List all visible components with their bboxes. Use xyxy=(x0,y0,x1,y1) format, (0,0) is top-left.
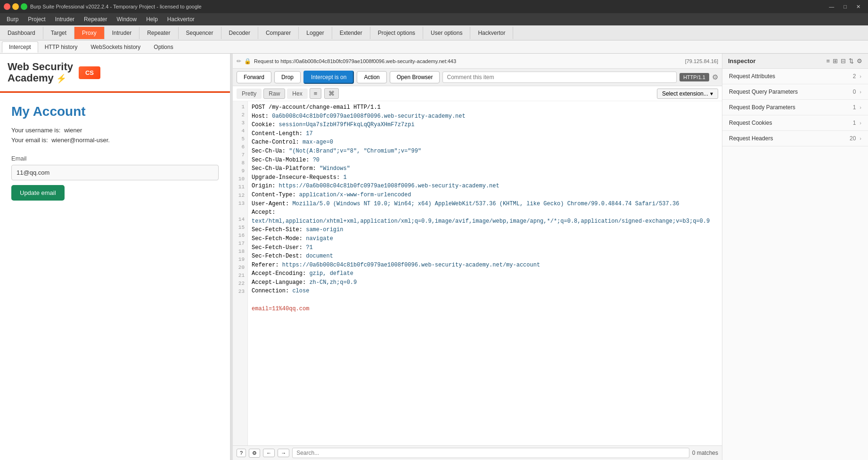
tab-intruder[interactable]: Intruder xyxy=(105,27,139,39)
format-icon-2[interactable]: ⌘ xyxy=(324,88,339,99)
email-info: Your email is: wiener@normal-user. xyxy=(11,137,219,144)
request-body[interactable]: POST /my-account/change-email HTTP/1.1 H… xyxy=(248,101,722,445)
academy-header: Web SecurityAcademy ⚡ CS xyxy=(0,54,230,93)
menu-window[interactable]: Window xyxy=(112,15,141,24)
settings-icon[interactable]: ⚙ xyxy=(712,73,718,81)
search-next-button[interactable]: → xyxy=(278,449,289,457)
http-version-badge: HTTP/1.1 xyxy=(680,73,709,81)
request-url: Request to https://0a6b008c04c81b0fc0979… xyxy=(254,58,682,64)
tab-proxy[interactable]: Proxy xyxy=(74,27,105,39)
action-button[interactable]: Action xyxy=(357,71,386,83)
menu-project[interactable]: Project xyxy=(23,15,50,24)
open-browser-button[interactable]: Open Browser xyxy=(390,71,440,83)
cs-button[interactable]: CS xyxy=(79,66,100,79)
section-cookies[interactable]: Request Cookies 1 › xyxy=(722,115,868,131)
tab-dashboard[interactable]: Dashboard xyxy=(0,27,43,39)
menu-burp[interactable]: Burp xyxy=(2,15,23,24)
subtab-options[interactable]: Options xyxy=(147,42,180,52)
menu-bar: Burp Project Intruder Repeater Window He… xyxy=(0,13,868,25)
search-help-button[interactable]: ? xyxy=(237,449,246,457)
tab-comparer[interactable]: Comparer xyxy=(258,27,299,39)
close-btn[interactable] xyxy=(4,3,10,10)
subtab-websockets[interactable]: WebSockets history xyxy=(84,42,147,52)
logo-text: Web SecurityAcademy ⚡ xyxy=(8,61,73,84)
action-bar: Forward Drop Intercept is on Action Open… xyxy=(233,69,722,86)
search-prev-button[interactable]: ← xyxy=(263,449,275,457)
update-email-button[interactable]: Update email xyxy=(11,185,65,201)
subtab-intercept[interactable]: Intercept xyxy=(2,41,38,53)
request-attributes-count: 2 xyxy=(853,73,856,80)
format-raw[interactable]: Raw xyxy=(263,89,285,99)
comment-input[interactable] xyxy=(442,72,676,83)
query-params-label: Request Query Parameters xyxy=(729,89,798,95)
menu-hackvertor[interactable]: Hackvertor xyxy=(163,15,199,24)
tab-project-options[interactable]: Project options xyxy=(370,27,423,39)
email-input[interactable] xyxy=(11,165,219,180)
inspector-grid-icon[interactable]: ⊞ xyxy=(833,57,838,65)
request-ip: [79.125.84.16] xyxy=(685,58,718,64)
tab-repeater[interactable]: Repeater xyxy=(139,27,178,39)
chevron-right-icon-4: › xyxy=(860,120,861,126)
minimize-btn[interactable] xyxy=(12,3,19,10)
intercept-toggle[interactable]: Intercept is on xyxy=(303,71,354,84)
select-extension-dropdown[interactable]: Select extension... ▾ xyxy=(657,89,718,99)
menu-repeater[interactable]: Repeater xyxy=(79,15,112,24)
title-bar: Burp Suite Professional v2022.2.4 - Temp… xyxy=(0,0,868,13)
chevron-down-icon: ▾ xyxy=(710,90,713,97)
inspector-toolbar: ≡ ⊞ ⊟ ⇅ ⚙ xyxy=(826,57,862,65)
tab-sequencer[interactable]: Sequencer xyxy=(179,27,221,39)
menu-intruder[interactable]: Intruder xyxy=(50,15,79,24)
drop-button[interactable]: Drop xyxy=(274,71,301,83)
cookies-label: Request Cookies xyxy=(729,120,772,126)
request-info-bar: ✏ 🔒 Request to https://0a6b008c04c81b0fc… xyxy=(233,54,722,69)
code-area: 12345678910111213 14151617181920212223 P… xyxy=(233,101,722,445)
format-hex[interactable]: Hex xyxy=(287,89,307,99)
username-label: Your username is: xyxy=(11,127,60,134)
search-input[interactable] xyxy=(292,448,689,458)
content-area: Web SecurityAcademy ⚡ CS My Account Your… xyxy=(0,54,868,460)
inspector-settings-icon[interactable]: ⚙ xyxy=(857,57,862,65)
menu-help[interactable]: Help xyxy=(141,15,163,24)
section-body-params[interactable]: Request Body Parameters 1 › xyxy=(722,100,868,115)
tab-decoder[interactable]: Decoder xyxy=(221,27,258,39)
inspector-sort-icon[interactable]: ⇅ xyxy=(849,57,854,65)
search-settings-button[interactable]: ⚙ xyxy=(249,449,260,458)
win-min[interactable]: — xyxy=(825,4,838,10)
tab-target[interactable]: Target xyxy=(43,27,74,39)
page-title: My Account xyxy=(11,104,219,119)
lock-icon: 🔒 xyxy=(244,58,251,65)
academy-logo: Web SecurityAcademy ⚡ xyxy=(8,61,73,84)
inspector-align-icon[interactable]: ⊟ xyxy=(841,57,846,65)
email-field-label: Email xyxy=(11,155,219,162)
tab-user-options[interactable]: User options xyxy=(423,27,470,39)
section-request-attributes[interactable]: Request Attributes 2 › xyxy=(722,69,868,84)
inspector-header: Inspector ≡ ⊞ ⊟ ⇅ ⚙ xyxy=(722,54,868,69)
win-close[interactable]: ✕ xyxy=(852,4,864,10)
forward-button[interactable]: Forward xyxy=(237,71,271,83)
chevron-right-icon-5: › xyxy=(860,136,861,141)
inspector-title: Inspector xyxy=(728,57,756,65)
tab-hackvertor[interactable]: Hackvertor xyxy=(470,27,513,39)
body-params-label: Request Body Parameters xyxy=(729,104,795,111)
inspector-list-icon[interactable]: ≡ xyxy=(826,57,830,65)
subtab-http-history[interactable]: HTTP history xyxy=(38,42,84,52)
format-icon-1[interactable]: ≡ xyxy=(310,88,322,99)
edit-icon: ✏ xyxy=(237,58,241,65)
app-title: Burp Suite Professional v2022.2.4 - Temp… xyxy=(30,4,202,9)
win-btns[interactable]: — □ ✕ xyxy=(825,4,864,10)
username-value: wiener xyxy=(64,127,82,134)
tab-extender[interactable]: Extender xyxy=(332,27,370,39)
tab-logger[interactable]: Logger xyxy=(299,27,332,39)
main-tab-bar: Dashboard Target Proxy Intruder Repeater… xyxy=(0,25,868,40)
username-info: Your username is: wiener xyxy=(11,127,219,134)
format-pretty[interactable]: Pretty xyxy=(237,89,262,99)
select-ext-label: Select extension... xyxy=(662,90,708,97)
section-query-params[interactable]: Request Query Parameters 0 › xyxy=(722,84,868,100)
win-max[interactable]: □ xyxy=(840,4,851,10)
window-controls[interactable] xyxy=(4,3,27,10)
section-headers[interactable]: Request Headers 20 › xyxy=(722,131,868,146)
proxy-sub-tabs: Intercept HTTP history WebSockets histor… xyxy=(0,40,868,54)
query-params-count: 0 xyxy=(853,89,856,95)
maximize-btn[interactable] xyxy=(21,3,27,10)
proxy-panel: ✏ 🔒 Request to https://0a6b008c04c81b0fc… xyxy=(233,54,722,460)
